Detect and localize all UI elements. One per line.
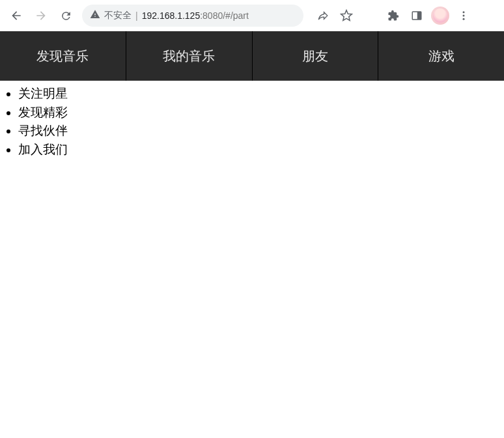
list-item[interactable]: 发现精彩 <box>18 103 504 122</box>
bookmark-star-icon[interactable] <box>337 7 356 25</box>
tab-games[interactable]: 游戏 <box>378 31 504 81</box>
list-item[interactable]: 寻找伙伴 <box>18 122 504 141</box>
svg-point-3 <box>463 15 465 17</box>
main-nav-tabs: 发现音乐 我的音乐 朋友 游戏 <box>0 31 504 81</box>
list-item-label: 加入我们 <box>18 143 68 156</box>
back-button[interactable] <box>5 5 27 27</box>
extensions-icon[interactable] <box>384 7 402 25</box>
insecure-icon <box>90 9 100 22</box>
sub-menu-list: 关注明星 发现精彩 寻找伙伴 加入我们 <box>0 81 504 159</box>
svg-point-4 <box>463 18 465 20</box>
browser-toolbar: 不安全 | 192.168.1.125:8080/#/part <box>0 0 504 31</box>
url-text: 192.168.1.125:8080/#/part <box>142 10 249 21</box>
tab-label: 我的音乐 <box>163 48 215 65</box>
tab-label: 朋友 <box>302 48 328 65</box>
list-item[interactable]: 关注明星 <box>18 85 504 103</box>
tab-label: 发现音乐 <box>36 48 89 65</box>
svg-point-2 <box>463 11 465 13</box>
page-content: 发现音乐 我的音乐 朋友 游戏 关注明星 发现精彩 寻找伙伴 加入我们 <box>0 31 504 159</box>
list-item-label: 发现精彩 <box>18 105 68 119</box>
tab-label: 游戏 <box>428 48 455 65</box>
svg-rect-1 <box>417 12 421 20</box>
toolbar-icons <box>314 7 473 25</box>
tab-discover-music[interactable]: 发现音乐 <box>0 31 126 81</box>
address-separator: | <box>135 10 138 21</box>
url-port: :8080 <box>200 10 223 21</box>
tab-friends[interactable]: 朋友 <box>253 31 379 81</box>
list-item-label: 关注明星 <box>18 87 68 100</box>
address-bar[interactable]: 不安全 | 192.168.1.125:8080/#/part <box>82 5 303 27</box>
url-path: /#/part <box>223 10 249 21</box>
vue-devtools-icon[interactable] <box>361 7 379 25</box>
url-host: 192.168.1.125 <box>142 10 201 21</box>
list-item[interactable]: 加入我们 <box>18 141 504 159</box>
forward-button[interactable] <box>30 5 52 27</box>
insecure-label: 不安全 <box>104 10 132 21</box>
browser-menu-icon[interactable] <box>455 7 473 25</box>
share-icon[interactable] <box>314 7 332 25</box>
profile-avatar[interactable] <box>431 7 449 25</box>
tab-my-music[interactable]: 我的音乐 <box>126 31 253 81</box>
list-item-label: 寻找伙伴 <box>18 124 68 137</box>
side-panel-icon[interactable] <box>408 7 426 25</box>
reload-button[interactable] <box>55 5 77 27</box>
